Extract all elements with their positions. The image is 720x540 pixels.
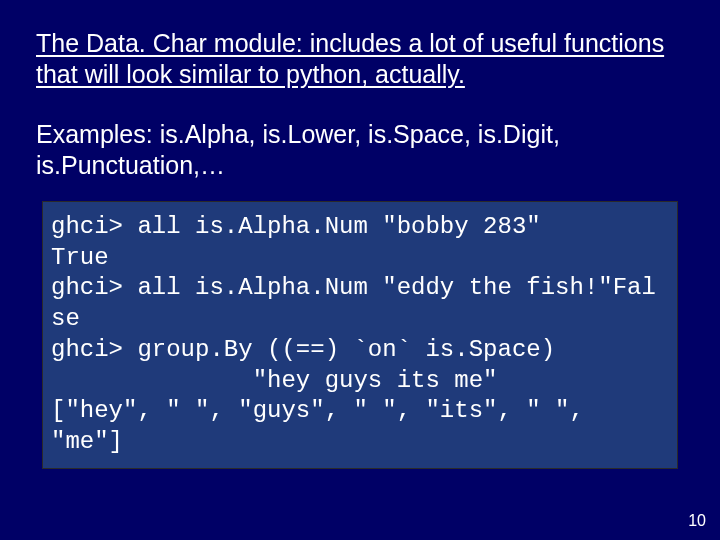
slide-content: The Data. Char module: includes a lot of… <box>0 0 720 469</box>
examples-text: Examples: is.Alpha, is.Lower, is.Space, … <box>36 119 684 182</box>
slide-title: The Data. Char module: includes a lot of… <box>36 28 684 91</box>
code-block: ghci> all is.Alpha.Num "bobby 283" True … <box>42 201 678 469</box>
page-number: 10 <box>688 512 706 530</box>
